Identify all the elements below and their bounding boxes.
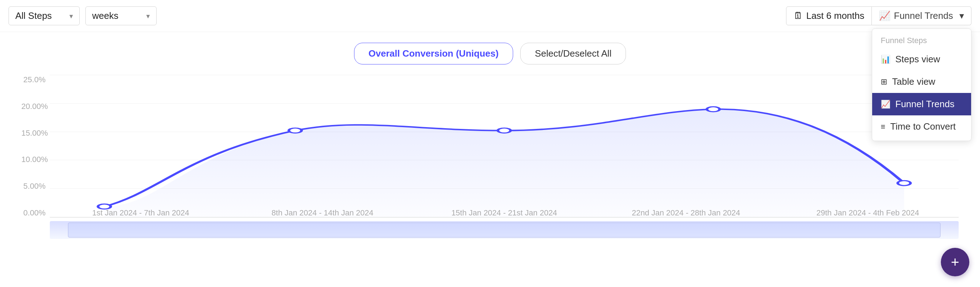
mini-chart-handle[interactable] xyxy=(68,223,940,238)
y-label-5: 5.00% xyxy=(21,182,50,191)
y-label-20: 20.00% xyxy=(21,102,50,111)
time-dropdown[interactable]: weeks ▾ xyxy=(85,6,157,25)
menu-item-steps-view[interactable]: 📊 Steps view xyxy=(872,48,971,70)
y-label-0: 0.00% xyxy=(21,208,50,218)
date-range-button[interactable]: 🗓 Last 6 months xyxy=(786,6,872,25)
menu-item-funnel-trends[interactable]: 📈 Funnel Trends xyxy=(872,93,971,115)
mini-chart[interactable] xyxy=(50,221,959,239)
menu-section-title: Funnel Steps xyxy=(872,32,971,48)
chart-area: 0.00% 5.00% 10.00% 15.00% 20.00% 25.0% xyxy=(0,75,980,239)
select-deselect-button[interactable]: Select/Deselect All xyxy=(520,43,626,64)
view-type-dropdown[interactable]: 📈 Funnel Trends ▾ xyxy=(872,6,972,25)
view-type-label: Funnel Trends xyxy=(894,10,953,21)
top-right-controls: 🗓 Last 6 months 📈 Funnel Trends ▾ xyxy=(786,6,972,25)
data-point-2 xyxy=(289,128,302,133)
menu-item-table-view[interactable]: ⊞ Table view xyxy=(872,70,971,93)
overall-conversion-button[interactable]: Overall Conversion (Uniques) xyxy=(354,43,514,64)
x-label-5: 29th Jan 2024 - 4th Feb 2024 xyxy=(777,208,959,218)
time-to-convert-label: Time to Convert xyxy=(890,121,956,132)
data-point-5 xyxy=(898,180,911,185)
time-dropdown-arrow: ▾ xyxy=(146,12,150,20)
y-label-15: 15.00% xyxy=(21,129,50,138)
chart-icon: 📈 xyxy=(879,10,890,21)
steps-dropdown-arrow: ▾ xyxy=(69,12,73,20)
fab-icon: + xyxy=(951,254,959,270)
view-dropdown-arrow: ▾ xyxy=(959,10,964,21)
menu-item-time-to-convert[interactable]: ≡ Time to Convert xyxy=(872,115,971,138)
date-range-label: Last 6 months xyxy=(807,10,864,21)
fab-button[interactable]: + xyxy=(941,248,969,276)
steps-dropdown[interactable]: All Steps ▾ xyxy=(8,6,80,25)
time-to-convert-icon: ≡ xyxy=(881,122,885,131)
chart-svg-area xyxy=(50,75,959,218)
table-view-icon: ⊞ xyxy=(881,77,887,86)
dropdown-menu: Funnel Steps 📊 Steps view ⊞ Table view 📈… xyxy=(872,29,972,141)
chart-container: 0.00% 5.00% 10.00% 15.00% 20.00% 25.0% xyxy=(21,75,959,239)
top-left-controls: All Steps ▾ weeks ▾ xyxy=(8,6,157,25)
table-view-label: Table view xyxy=(892,76,935,87)
chart-buttons-row: Overall Conversion (Uniques) Select/Dese… xyxy=(0,43,980,64)
time-dropdown-label: weeks xyxy=(92,10,118,21)
y-label-25: 25.0% xyxy=(21,75,50,85)
funnel-trends-label: Funnel Trends xyxy=(895,99,955,110)
x-label-4: 22nd Jan 2024 - 28th Jan 2024 xyxy=(595,208,777,218)
steps-dropdown-label: All Steps xyxy=(15,10,52,21)
line-chart-svg xyxy=(50,75,959,217)
funnel-trends-icon: 📈 xyxy=(881,100,890,109)
x-label-1: 1st Jan 2024 - 7th Jan 2024 xyxy=(50,208,232,218)
x-label-3: 15th Jan 2024 - 21st Jan 2024 xyxy=(414,208,595,218)
data-point-4 xyxy=(707,107,720,112)
steps-view-label: Steps view xyxy=(895,54,940,65)
y-label-10: 10.00% xyxy=(21,155,50,164)
y-axis: 0.00% 5.00% 10.00% 15.00% 20.00% 25.0% xyxy=(21,75,50,218)
chart-area-fill xyxy=(104,109,904,217)
calendar-icon: 🗓 xyxy=(794,10,803,21)
x-axis: 1st Jan 2024 - 7th Jan 2024 8th Jan 2024… xyxy=(50,208,959,218)
top-bar: All Steps ▾ weeks ▾ 🗓 Last 6 months 📈 Fu… xyxy=(0,0,980,32)
x-label-2: 8th Jan 2024 - 14th Jan 2024 xyxy=(232,208,414,218)
data-point-3 xyxy=(498,128,511,133)
steps-view-icon: 📊 xyxy=(881,55,890,64)
